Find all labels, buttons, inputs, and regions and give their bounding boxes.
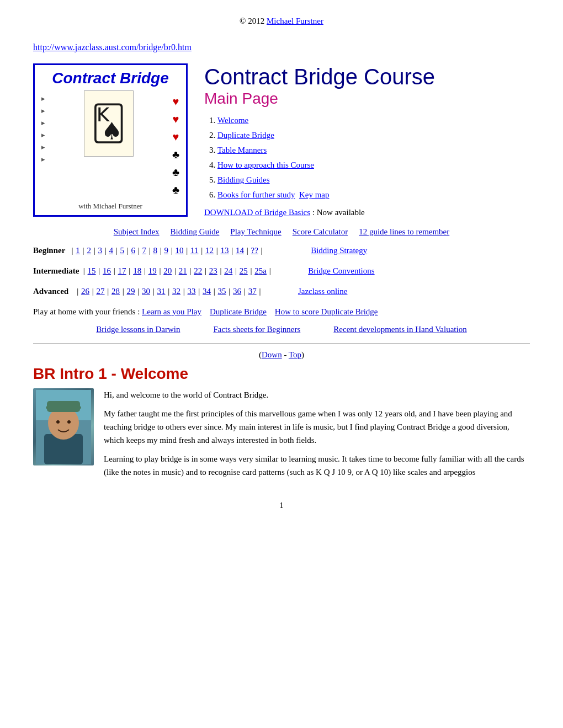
svg-rect-5 bbox=[47, 401, 80, 412]
horizontal-rule bbox=[33, 343, 530, 344]
a-link-35[interactable]: 35 bbox=[218, 287, 226, 296]
a-link-30[interactable]: 30 bbox=[142, 287, 150, 296]
i-link-20[interactable]: 20 bbox=[163, 266, 172, 275]
heart-2: ♥ bbox=[173, 110, 179, 128]
suits-right: ♥ ♥ ♥ ♣ ♣ ♣ bbox=[172, 90, 179, 199]
club-2: ♣ bbox=[172, 163, 179, 181]
b-link-10[interactable]: 10 bbox=[176, 246, 184, 255]
duplicate-bridge-link[interactable]: Duplicate Bridge bbox=[210, 307, 267, 316]
b-link-qu[interactable]: ?? bbox=[251, 246, 258, 255]
bottom-links: Bridge lessons in Darwin Facts sheets fo… bbox=[33, 325, 530, 334]
nav-link-5[interactable]: Bidding Guides bbox=[217, 175, 270, 184]
nav-link-1[interactable]: Welcome bbox=[217, 116, 248, 125]
i-link-23[interactable]: 23 bbox=[209, 266, 217, 275]
i-link-24[interactable]: 24 bbox=[224, 266, 232, 275]
nav-link-3[interactable]: Table Manners bbox=[217, 146, 267, 154]
bridge-conventions-link[interactable]: Bridge Conventions bbox=[308, 266, 374, 275]
i-link-21[interactable]: 21 bbox=[179, 266, 187, 275]
b-link-4[interactable]: 4 bbox=[109, 246, 113, 255]
download-link[interactable]: DOWNLOAD of Bridge Basics bbox=[204, 208, 310, 217]
a-link-28[interactable]: 28 bbox=[111, 287, 120, 296]
i-link-25[interactable]: 25 bbox=[240, 266, 248, 275]
nav-item-5: Bidding Guides bbox=[217, 173, 530, 188]
b-link-12[interactable]: 12 bbox=[205, 246, 214, 255]
intro-photo bbox=[33, 388, 94, 465]
main-subtitle: Main Page bbox=[204, 90, 530, 108]
b-link-7[interactable]: 7 bbox=[142, 246, 146, 255]
club-3: ♣ bbox=[172, 181, 179, 199]
b-link-6[interactable]: 6 bbox=[131, 246, 135, 255]
subject-index-link[interactable]: Subject Index bbox=[114, 227, 160, 237]
play-technique-link[interactable]: Play Technique bbox=[230, 227, 281, 237]
top-link[interactable]: Top bbox=[289, 350, 301, 359]
learn-as-you-play-link[interactable]: Learn as you Play bbox=[142, 307, 201, 316]
guidelines-link[interactable]: 12 guide lines to remember bbox=[359, 227, 449, 237]
section-title: BR Intro 1 - Welcome bbox=[33, 365, 530, 383]
a-link-29[interactable]: 29 bbox=[127, 287, 135, 296]
beginner-label: Beginner bbox=[33, 246, 65, 255]
i-link-22[interactable]: 22 bbox=[194, 266, 202, 275]
b-link-8[interactable]: 8 bbox=[153, 246, 157, 255]
nav-center: (Down - Top) bbox=[33, 350, 530, 360]
bidding-guide-link[interactable]: Bidding Guide bbox=[171, 227, 220, 237]
a-link-37[interactable]: 37 bbox=[248, 287, 257, 296]
jazclass-online-link[interactable]: Jazclass online bbox=[298, 287, 348, 296]
b-link-3[interactable]: 3 bbox=[98, 246, 102, 255]
heart-1: ♥ bbox=[173, 93, 179, 110]
down-link[interactable]: Down bbox=[262, 350, 282, 359]
a-link-27[interactable]: 27 bbox=[96, 287, 104, 296]
nav-link-6b[interactable]: Key map bbox=[299, 190, 330, 199]
i-link-15[interactable]: 15 bbox=[88, 266, 96, 275]
b-link-1[interactable]: 1 bbox=[76, 246, 80, 255]
a-link-36[interactable]: 36 bbox=[233, 287, 241, 296]
nav-link-6a[interactable]: Books for further study bbox=[217, 190, 295, 199]
left-card: Contract Bridge ▸ ▸ ▸ ▸ ▸ ▸ 🂮 ♥ ♥ ♥ bbox=[33, 63, 188, 217]
a-link-31[interactable]: 31 bbox=[157, 287, 166, 296]
bullet-1: ▸ bbox=[41, 93, 45, 105]
intermediate-links: | 15 | 16 | 17 | 18 | 19 | 20 | 21 | 22 … bbox=[81, 266, 273, 275]
play-at-home-prefix: Play at home with your friends : bbox=[33, 307, 142, 316]
facts-sheets-link[interactable]: Facts sheets for Beginners bbox=[213, 325, 300, 334]
bullet-3: ▸ bbox=[41, 117, 45, 129]
a-link-33[interactable]: 33 bbox=[188, 287, 196, 296]
author-link[interactable]: Michael Furstner bbox=[267, 17, 323, 25]
a-link-26[interactable]: 26 bbox=[81, 287, 89, 296]
darwin-lessons-link[interactable]: Bridge lessons in Darwin bbox=[96, 325, 180, 334]
beginner-links: | 1 | 2 | 3 | 4 | 5 | 6 | 7 | 8 | 9 | 10… bbox=[67, 246, 264, 255]
bullet-2: ▸ bbox=[41, 105, 45, 117]
i-link-18[interactable]: 18 bbox=[133, 266, 141, 275]
nav-link-2[interactable]: Duplicate Bridge bbox=[217, 131, 274, 140]
b-link-5[interactable]: 5 bbox=[120, 246, 124, 255]
advanced-links: | 26 | 27 | 28 | 29 | 30 | 31 | 32 | 33 … bbox=[71, 287, 263, 296]
main-title: Contract Bridge Course bbox=[204, 63, 530, 90]
card-image-area: 🂮 bbox=[47, 90, 170, 157]
nav-list: Welcome Duplicate Bridge Table Manners H… bbox=[204, 113, 530, 202]
score-calculator-link[interactable]: Score Calculator bbox=[293, 227, 348, 237]
how-to-score-link[interactable]: How to score Duplicate Bridge bbox=[275, 307, 378, 316]
nav-item-3: Table Manners bbox=[217, 143, 530, 158]
a-link-34[interactable]: 34 bbox=[203, 287, 211, 296]
i-link-25a[interactable]: 25a bbox=[254, 266, 267, 275]
left-card-title: Contract Bridge bbox=[41, 69, 179, 87]
nav-link-4[interactable]: How to approach this Course bbox=[217, 160, 314, 169]
b-link-14[interactable]: 14 bbox=[236, 246, 244, 255]
site-url[interactable]: http://www.jazclass.aust.com/bridge/br0.… bbox=[33, 42, 192, 52]
b-link-13[interactable]: 13 bbox=[221, 246, 229, 255]
nav-item-2: Duplicate Bridge bbox=[217, 128, 530, 143]
b-link-11[interactable]: 11 bbox=[190, 246, 198, 255]
nav-item-6: Books for further study Key map bbox=[217, 188, 530, 202]
nav-item-4: How to approach this Course bbox=[217, 158, 530, 173]
club-1: ♣ bbox=[172, 146, 179, 163]
intermediate-label: Intermediate bbox=[33, 266, 79, 275]
intro-p3: Learning to play bridge is in some ways … bbox=[104, 452, 530, 479]
bidding-strategy-link[interactable]: Bidding Strategy bbox=[311, 246, 367, 255]
recent-developments-link[interactable]: Recent developments in Hand Valuation bbox=[333, 325, 466, 334]
b-link-9[interactable]: 9 bbox=[164, 246, 168, 255]
i-link-19[interactable]: 19 bbox=[148, 266, 157, 275]
i-link-17[interactable]: 17 bbox=[118, 266, 126, 275]
main-section: Contract Bridge ▸ ▸ ▸ ▸ ▸ ▸ 🂮 ♥ ♥ ♥ bbox=[33, 63, 530, 217]
b-link-2[interactable]: 2 bbox=[87, 246, 91, 255]
advanced-section: Advanced | 26 | 27 | 28 | 29 | 30 | 31 |… bbox=[33, 284, 530, 299]
a-link-32[interactable]: 32 bbox=[172, 287, 180, 296]
i-link-16[interactable]: 16 bbox=[103, 266, 111, 275]
